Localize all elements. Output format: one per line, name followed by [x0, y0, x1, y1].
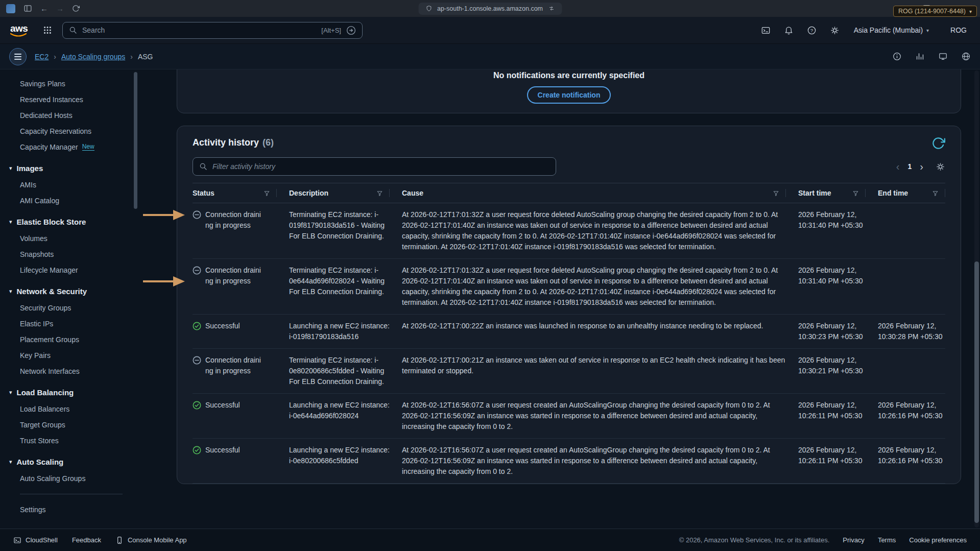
- table-preferences-gear-icon[interactable]: [936, 162, 945, 172]
- sidebar-item-capacity-manager[interactable]: Capacity ManagerNew: [0, 139, 142, 155]
- sidebar-item-ami-catalog[interactable]: AMI Catalog: [0, 193, 142, 208]
- status-cell: Successful: [193, 445, 277, 456]
- search-input[interactable]: [82, 26, 316, 34]
- breadcrumb-ec2[interactable]: EC2: [35, 53, 49, 61]
- search-submit-icon[interactable]: [346, 26, 356, 35]
- side-menu-toggle[interactable]: [9, 48, 27, 65]
- filter-funnel-icon[interactable]: [773, 190, 779, 197]
- status-label: Connection draining in progress: [205, 265, 264, 286]
- start-time-cell: 2026 February 12, 10:30:21 PM +05:30: [798, 355, 866, 376]
- activity-history-title: Activity history: [193, 137, 259, 148]
- create-notification-button[interactable]: Create notification: [527, 86, 611, 104]
- browser-sidebar-toggle-icon[interactable]: [23, 4, 32, 13]
- sidebar-item-label: Savings Plans: [20, 80, 65, 88]
- footer-right: © 2026, Amazon Web Services, Inc. or its…: [679, 536, 967, 544]
- browser-forward-icon[interactable]: →: [56, 5, 64, 12]
- page-scrollbar-thumb[interactable]: [974, 261, 979, 523]
- status-label: Successful: [205, 400, 240, 411]
- sidebar-section-network-security[interactable]: ▾Network & Security: [0, 283, 142, 300]
- sidebar-section-images[interactable]: ▾Images: [0, 160, 142, 177]
- browser-refresh-icon[interactable]: [72, 5, 80, 12]
- column-header-description[interactable]: Description: [289, 189, 390, 197]
- filter-funnel-icon[interactable]: [932, 190, 939, 197]
- column-header-status[interactable]: Status: [193, 189, 277, 197]
- section-caret-icon: ▾: [9, 288, 12, 295]
- cause-cell: At 2026-02-12T17:01:32Z a user request f…: [402, 209, 786, 252]
- column-header-cause[interactable]: Cause: [402, 189, 786, 197]
- account-id-badge[interactable]: ROG (1214-9007-6448) ▾: [893, 6, 977, 17]
- sidebar-item-volumes[interactable]: Volumes: [0, 230, 142, 246]
- footer-feedback[interactable]: Feedback: [72, 536, 101, 544]
- metrics-icon[interactable]: [915, 52, 925, 61]
- footer-cloudshell[interactable]: CloudShell: [13, 536, 58, 544]
- sidebar-item-auto-scaling-groups[interactable]: Auto Scaling Groups: [0, 470, 142, 486]
- description-cell: Launching a new EC2 instance: i-0e802006…: [289, 445, 390, 466]
- container-switch-icon[interactable]: [548, 5, 555, 12]
- sidebar-item-placement-groups[interactable]: Placement Groups: [0, 331, 142, 347]
- footer-link-cookie-preferences[interactable]: Cookie preferences: [909, 536, 967, 544]
- settings-gear-icon[interactable]: [830, 26, 840, 35]
- info-icon[interactable]: [892, 52, 902, 61]
- region-selector[interactable]: Asia Pacific (Mumbai) ▾: [854, 26, 929, 34]
- browser-url: ap-south-1.console.aws.amazon.com: [437, 5, 543, 12]
- current-page-number[interactable]: 1: [908, 162, 912, 171]
- activity-row: Connection draining in progressTerminati…: [193, 349, 945, 394]
- sidebar-item-trust-stores[interactable]: Trust Stores: [0, 433, 142, 448]
- browser-url-bar[interactable]: ap-south-1.console.aws.amazon.com: [418, 3, 562, 15]
- sidebar-section-load-balancing[interactable]: ▾Load Balancing: [0, 384, 142, 401]
- help-icon[interactable]: ?: [807, 26, 817, 35]
- cloudshell-icon[interactable]: [761, 26, 771, 35]
- sidebar-scrollbar[interactable]: [134, 72, 137, 209]
- sidebar-section-auto-scaling[interactable]: ▾Auto Scaling: [0, 453, 142, 470]
- account-menu[interactable]: ROG: [950, 26, 967, 34]
- next-page-button[interactable]: ›: [920, 161, 923, 172]
- sidebar-item-amis[interactable]: AMIs: [0, 177, 142, 193]
- sidebar-item-reserved-instances[interactable]: Reserved Instances: [0, 91, 142, 107]
- sidebar-section-elastic-block-store[interactable]: ▾Elastic Block Store: [0, 213, 142, 230]
- browser-back-icon[interactable]: ←: [40, 5, 48, 12]
- cause-cell: At 2026-02-12T17:01:32Z a user request f…: [402, 265, 786, 308]
- network-globe-icon[interactable]: [961, 52, 971, 61]
- page-scrollbar[interactable]: [974, 70, 979, 528]
- sidebar-item-label: Snapshots: [20, 250, 54, 258]
- sidebar-item-label: Lifecycle Manager: [20, 266, 78, 274]
- column-header-end-time[interactable]: End time: [878, 189, 945, 197]
- filter-funnel-icon[interactable]: [852, 190, 859, 197]
- browser-nav-controls: ← →: [6, 4, 80, 13]
- services-grid-icon[interactable]: [43, 26, 52, 35]
- in-progress-icon: [193, 356, 201, 376]
- sidebar-item-load-balancers[interactable]: Load Balancers: [0, 401, 142, 417]
- notifications-bell-icon[interactable]: [784, 26, 794, 35]
- browser-app-icon[interactable]: [6, 4, 15, 13]
- footer-link-terms[interactable]: Terms: [878, 536, 896, 544]
- sidebar-item-label: Settings: [20, 506, 46, 514]
- sidebar-item-key-pairs[interactable]: Key Pairs: [0, 347, 142, 363]
- table-header-row: StatusDescriptionCauseStart timeEnd time: [193, 183, 945, 203]
- footer-mobile-app[interactable]: Console Mobile App: [115, 536, 187, 544]
- footer-link-privacy[interactable]: Privacy: [843, 536, 865, 544]
- sidebar-item-settings[interactable]: Settings: [0, 501, 142, 517]
- sidebar-item-capacity-reservations[interactable]: Capacity Reservations: [0, 123, 142, 139]
- sidebar-item-savings-plans[interactable]: Savings Plans: [0, 76, 142, 91]
- refresh-button[interactable]: [931, 136, 945, 150]
- description-cell: Launching a new EC2 instance: i-0e644ad6…: [289, 400, 390, 421]
- device-monitor-icon[interactable]: [938, 52, 948, 61]
- sidebar-item-snapshots[interactable]: Snapshots: [0, 246, 142, 262]
- previous-page-button[interactable]: ‹: [896, 161, 900, 172]
- filter-funnel-icon[interactable]: [376, 190, 383, 197]
- sidebar-item-network-interfaces[interactable]: Network Interfaces: [0, 363, 142, 379]
- breadcrumb-auto-scaling-groups[interactable]: Auto Scaling groups: [61, 53, 125, 61]
- sidebar-item-target-groups[interactable]: Target Groups: [0, 417, 142, 433]
- column-header-start-time[interactable]: Start time: [798, 189, 866, 197]
- sidebar-section-label: Auto Scaling: [17, 458, 64, 466]
- sidebar-item-dedicated-hosts[interactable]: Dedicated Hosts: [0, 107, 142, 123]
- sidebar-item-security-groups[interactable]: Security Groups: [0, 300, 142, 316]
- activity-filter-input[interactable]: [212, 162, 549, 171]
- cloudshell-label: CloudShell: [26, 536, 58, 544]
- sidebar-item-lifecycle-manager[interactable]: Lifecycle Manager: [0, 262, 142, 278]
- aws-logo[interactable]: aws: [10, 23, 33, 37]
- copyright-text: © 2026, Amazon Web Services, Inc. or its…: [679, 536, 830, 544]
- status-label: Successful: [205, 321, 240, 331]
- sidebar-item-elastic-ips[interactable]: Elastic IPs: [0, 316, 142, 331]
- filter-funnel-icon[interactable]: [264, 190, 270, 197]
